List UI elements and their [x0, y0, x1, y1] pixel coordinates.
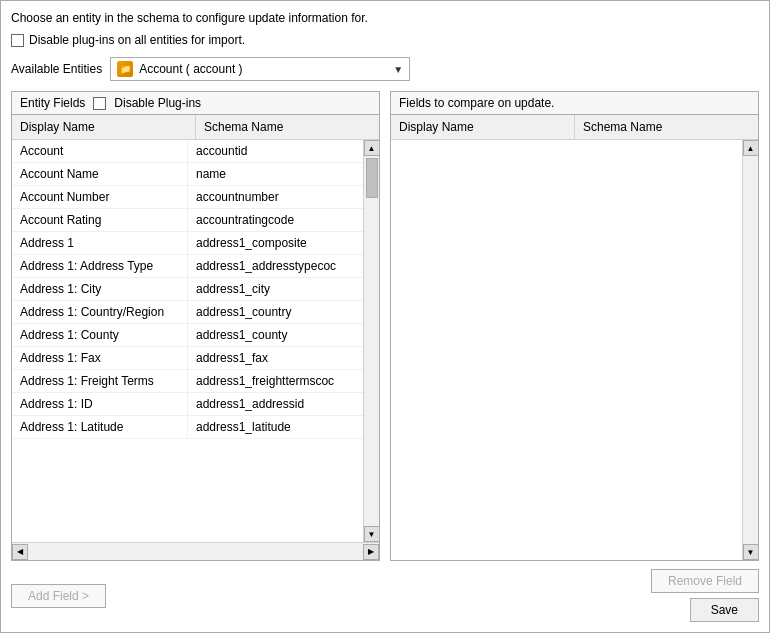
display-name-cell: Account Name [12, 163, 188, 185]
available-entities-label: Available Entities [11, 62, 102, 76]
left-panel-header: Entity Fields Disable Plug-ins [12, 92, 379, 115]
table-row[interactable]: Account Numberaccountnumber [12, 186, 363, 209]
left-col-schema-name: Schema Name [196, 115, 379, 139]
right-scroll-down-btn[interactable]: ▼ [743, 544, 759, 560]
schema-name-cell: address1_addresstypecoc [188, 255, 363, 277]
display-name-cell: Address 1: City [12, 278, 188, 300]
instruction-text: Choose an entity in the schema to config… [11, 11, 759, 25]
panels-row: Entity Fields Disable Plug-ins Display N… [11, 91, 759, 561]
schema-name-cell: address1_freighttermscoc [188, 370, 363, 392]
display-name-cell: Address 1 [12, 232, 188, 254]
remove-field-button[interactable]: Remove Field [651, 569, 759, 593]
right-panel-inner: ▲ ▼ [391, 140, 758, 560]
schema-name-cell: address1_city [188, 278, 363, 300]
schema-name-cell: address1_country [188, 301, 363, 323]
table-row[interactable]: Address 1: Address Typeaddress1_addresst… [12, 255, 363, 278]
display-name-cell: Address 1: Latitude [12, 416, 188, 438]
schema-name-cell: address1_addressid [188, 393, 363, 415]
right-bottom-buttons: Remove Field Save [651, 569, 759, 622]
left-table-header: Display Name Schema Name [12, 115, 379, 140]
table-row[interactable]: Accountaccountid [12, 140, 363, 163]
h-scroll-track [28, 545, 363, 559]
scroll-up-btn[interactable]: ▲ [364, 140, 380, 156]
h-scroll-right-btn[interactable]: ▶ [363, 544, 379, 560]
entity-dropdown[interactable]: 📁 Account ( account ) ▼ [110, 57, 410, 81]
table-row[interactable]: Account Namename [12, 163, 363, 186]
disable-plugins-checkbox[interactable] [11, 34, 24, 47]
table-row[interactable]: Address 1: Freight Termsaddress1_freight… [12, 370, 363, 393]
bottom-buttons-row: Add Field > Remove Field Save [11, 569, 759, 622]
scroll-track [365, 156, 379, 526]
display-name-cell: Address 1: Freight Terms [12, 370, 188, 392]
right-panel-header: Fields to compare on update. [391, 92, 758, 115]
schema-name-cell: address1_fax [188, 347, 363, 369]
schema-name-cell: address1_composite [188, 232, 363, 254]
table-row[interactable]: Address 1: Faxaddress1_fax [12, 347, 363, 370]
right-vertical-scrollbar[interactable]: ▲ ▼ [742, 140, 758, 560]
right-col-schema-name: Schema Name [575, 115, 758, 139]
h-scroll-left-btn[interactable]: ◀ [12, 544, 28, 560]
table-row[interactable]: Address 1: Country/Regionaddress1_countr… [12, 301, 363, 324]
dropdown-arrow-icon: ▼ [393, 64, 403, 75]
disable-plugins-row: Disable plug-ins on all entities for imp… [11, 33, 759, 47]
display-name-cell: Address 1: Address Type [12, 255, 188, 277]
disable-plugins-field-label: Disable Plug-ins [114, 96, 201, 110]
left-vertical-scrollbar[interactable]: ▲ ▼ [363, 140, 379, 542]
right-table-header: Display Name Schema Name [391, 115, 758, 140]
schema-name-cell: accountnumber [188, 186, 363, 208]
display-name-cell: Address 1: Country/Region [12, 301, 188, 323]
table-row[interactable]: Address 1: Latitudeaddress1_latitude [12, 416, 363, 439]
disable-plugins-label: Disable plug-ins on all entities for imp… [29, 33, 245, 47]
table-row[interactable]: Address 1: IDaddress1_addressid [12, 393, 363, 416]
left-panel-inner: AccountaccountidAccount NamenameAccount … [12, 140, 379, 542]
table-row[interactable]: Address 1: Countyaddress1_county [12, 324, 363, 347]
schema-name-cell: accountid [188, 140, 363, 162]
display-name-cell: Account Rating [12, 209, 188, 231]
display-name-cell: Account Number [12, 186, 188, 208]
display-name-cell: Address 1: Fax [12, 347, 188, 369]
left-panel: Entity Fields Disable Plug-ins Display N… [11, 91, 380, 561]
entity-name: Account ( account ) [139, 62, 242, 76]
schema-name-cell: address1_latitude [188, 416, 363, 438]
schema-name-cell: accountratingcode [188, 209, 363, 231]
entity-icon: 📁 [117, 61, 133, 77]
entity-row: Available Entities 📁 Account ( account )… [11, 57, 759, 81]
left-col-display-name: Display Name [12, 115, 196, 139]
right-scroll-track [744, 156, 758, 544]
display-name-cell: Address 1: ID [12, 393, 188, 415]
schema-name-cell: address1_county [188, 324, 363, 346]
right-scroll-up-btn[interactable]: ▲ [743, 140, 759, 156]
right-panel: Fields to compare on update. Display Nam… [390, 91, 759, 561]
add-field-button[interactable]: Add Field > [11, 584, 106, 608]
scroll-down-btn[interactable]: ▼ [364, 526, 380, 542]
display-name-cell: Account [12, 140, 188, 162]
right-col-display-name: Display Name [391, 115, 575, 139]
entity-fields-table-body[interactable]: AccountaccountidAccount NamenameAccount … [12, 140, 363, 542]
save-button[interactable]: Save [690, 598, 759, 622]
table-row[interactable]: Account Ratingaccountratingcode [12, 209, 363, 232]
table-row[interactable]: Address 1: Cityaddress1_city [12, 278, 363, 301]
table-row[interactable]: Address 1address1_composite [12, 232, 363, 255]
display-name-cell: Address 1: County [12, 324, 188, 346]
schema-name-cell: name [188, 163, 363, 185]
compare-fields-table-body[interactable] [391, 140, 742, 560]
entity-fields-title: Entity Fields [20, 96, 85, 110]
fields-compare-title: Fields to compare on update. [399, 96, 554, 110]
disable-plugins-field-checkbox[interactable] [93, 97, 106, 110]
scroll-thumb[interactable] [366, 158, 378, 198]
left-horizontal-scrollbar[interactable]: ◀ ▶ [12, 542, 379, 560]
